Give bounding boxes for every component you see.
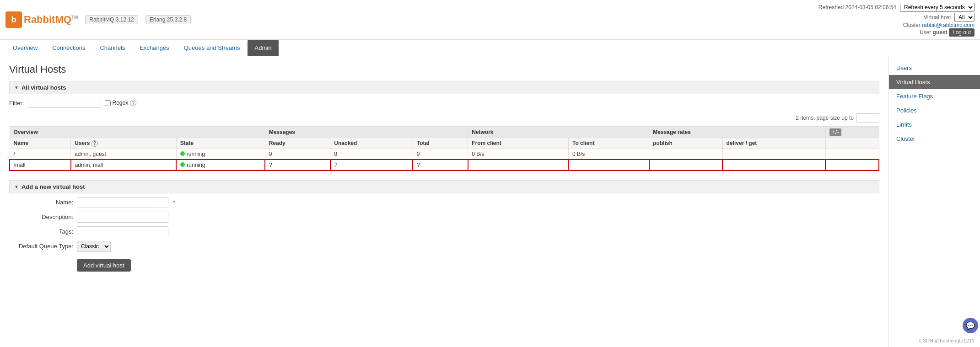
description-input[interactable] — [77, 212, 168, 223]
page-size-text: 2 items, page size up to — [796, 115, 854, 121]
users-help-icon[interactable]: ? — [92, 140, 98, 147]
logo-text: RabbitMQTM — [24, 14, 78, 26]
logo-mq: MQ — [55, 14, 71, 25]
queue-type-form-row: Default Queue Type: ClassicQuorumStream — [9, 241, 879, 252]
add-vhost-button[interactable]: Add virtual host — [77, 259, 131, 272]
sidebar-item-users[interactable]: Users — [889, 61, 980, 75]
status-dot — [180, 162, 185, 167]
col-from-client: From client — [468, 138, 569, 149]
messages-section-header: Messages — [265, 127, 468, 138]
state-text: running — [187, 162, 205, 168]
sidebar-item-limits[interactable]: Limits — [889, 117, 980, 132]
cell-users: admin, mall — [71, 160, 177, 171]
cell-to-client: 0 B/s — [568, 149, 649, 160]
cluster-row: Cluster rabbit@rabbitmq.com — [818, 22, 975, 28]
cell-users: admin, guest — [71, 149, 177, 160]
page-size-input[interactable]: 100 — [856, 113, 879, 123]
table-row[interactable]: /admin, guestrunning0000 B/s0 B/s — [10, 149, 879, 160]
add-vhost-section-header[interactable]: ▼ Add a new virtual host — [9, 180, 879, 193]
tags-form-row: Tags: — [9, 226, 879, 237]
logout-button[interactable]: Log out — [949, 28, 975, 37]
tags-input[interactable] — [77, 226, 168, 237]
cell-deliver-get — [722, 149, 825, 160]
message-rates-section-header: Message rates — [649, 127, 826, 138]
filter-row: Filter: Regex ? — [9, 98, 879, 108]
nav-exchanges[interactable]: Exchanges — [132, 40, 176, 56]
logo: b RabbitMQTM — [5, 11, 78, 28]
sidebar-item-policies[interactable]: Policies — [889, 103, 980, 117]
filter-label: Filter: — [9, 100, 24, 107]
vhost-row: Virtual host All — [818, 13, 975, 22]
submit-row: Add virtual host — [77, 256, 879, 272]
col-extra — [825, 138, 879, 149]
cell-deliver-get — [722, 160, 825, 171]
col-to-client: To client — [568, 138, 649, 149]
filter-input[interactable] — [28, 98, 101, 108]
logo-area: b RabbitMQTM RabbitMQ 3.12.12 Erlang 25.… — [5, 11, 191, 28]
main-layout: Virtual Hosts ▼ All virtual hosts Filter… — [0, 56, 980, 347]
section-arrow-icon: ▼ — [14, 85, 19, 90]
cluster-link[interactable]: rabbit@rabbitmq.com — [922, 22, 975, 28]
cell-state: running — [176, 160, 265, 171]
cell-name: / — [10, 149, 71, 160]
queue-type-select[interactable]: ClassicQuorumStream — [77, 241, 111, 252]
logo-icon: b — [5, 11, 22, 28]
nav-overview[interactable]: Overview — [5, 40, 45, 56]
regex-label: Regex ? — [105, 100, 137, 106]
col-name: Name — [10, 138, 71, 149]
version-badge: RabbitMQ 3.12.12 — [85, 15, 138, 24]
top-right-info: Refreshed 2024-03-05 02:06:54 Refresh ev… — [818, 3, 975, 37]
cell-from-client: 0 B/s — [468, 149, 569, 160]
refresh-select[interactable]: Refresh every 5 seconds — [900, 3, 975, 12]
col-state: State — [176, 138, 265, 149]
col-publish: publish — [649, 138, 723, 149]
top-bar: b RabbitMQTM RabbitMQ 3.12.12 Erlang 25.… — [0, 0, 980, 40]
user-row: User guest Log out — [818, 28, 975, 37]
user-label: User — [920, 29, 931, 36]
plus-minus-button[interactable]: +/- — [829, 128, 841, 136]
page-size-row: 2 items, page size up to 100 — [9, 113, 879, 123]
cell-from-client — [468, 160, 569, 171]
cell-state: running — [176, 149, 265, 160]
chat-bubble[interactable]: 💬 — [963, 318, 978, 333]
all-vhosts-section-header[interactable]: ▼ All virtual hosts — [9, 81, 879, 94]
vhosts-tbody: /admin, guestrunning0000 B/s0 B/s/mallad… — [10, 149, 879, 171]
main-content: Virtual Hosts ▼ All virtual hosts Filter… — [0, 56, 888, 347]
refresh-row: Refreshed 2024-03-05 02:06:54 Refresh ev… — [818, 3, 975, 12]
nav-channels[interactable]: Channels — [92, 40, 132, 56]
sidebar-item-virtual-hosts[interactable]: Virtual Hosts — [889, 75, 980, 89]
vhost-select[interactable]: All — [954, 13, 975, 22]
cell-ready: ? — [265, 160, 330, 171]
description-form-row: Description: — [9, 212, 879, 223]
cluster-label: Cluster — [903, 22, 921, 28]
regex-help-icon[interactable]: ? — [130, 100, 136, 106]
table-row[interactable]: /malladmin, mallrunning??? — [10, 160, 879, 171]
add-section-arrow-icon: ▼ — [14, 184, 19, 189]
add-vhost-section: ▼ Add a new virtual host Name: * Descrip… — [9, 180, 879, 272]
col-ready: Ready — [265, 138, 330, 149]
name-input[interactable] — [77, 197, 168, 208]
col-total: Total — [413, 138, 468, 149]
status-dot — [180, 151, 185, 156]
cell-extra — [825, 160, 879, 171]
col-deliver-get: deliver / get — [722, 138, 825, 149]
sidebar-item-feature-flags[interactable]: Feature Flags — [889, 89, 980, 103]
all-vhosts-label: All virtual hosts — [22, 84, 66, 91]
refreshed-text: Refreshed 2024-03-05 02:06:54 — [818, 4, 896, 11]
cell-name: /mall — [10, 160, 71, 171]
tags-label: Tags: — [9, 228, 73, 235]
nav-admin[interactable]: Admin — [248, 40, 279, 56]
name-label: Name: — [9, 199, 73, 206]
cell-to-client — [568, 160, 649, 171]
nav-queues[interactable]: Queues and Streams — [177, 40, 248, 56]
sidebar-item-cluster[interactable]: Cluster — [889, 132, 980, 146]
page-title: Virtual Hosts — [9, 64, 879, 75]
cell-total: 0 — [413, 149, 468, 160]
add-vhost-label: Add a new virtual host — [22, 183, 85, 190]
plus-minus-cell: +/- — [825, 127, 879, 138]
nav-connections[interactable]: Connections — [45, 40, 92, 56]
footer-note: CSDN @heshengfu1211 — [919, 338, 975, 343]
queue-type-label: Default Queue Type: — [9, 243, 73, 250]
cell-unacked: 0 — [330, 149, 413, 160]
regex-checkbox[interactable] — [105, 100, 111, 106]
